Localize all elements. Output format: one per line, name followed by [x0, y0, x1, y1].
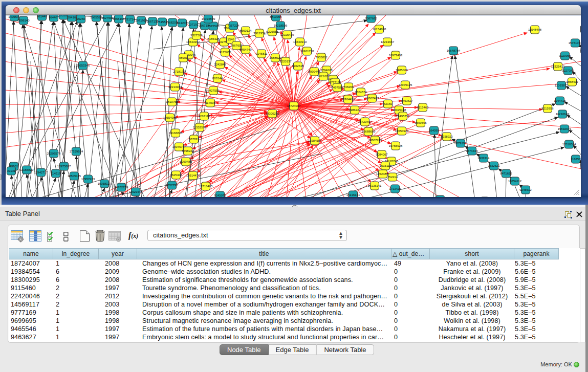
svg-text:12325419: 12325419 [280, 33, 294, 36]
svg-text:16210643: 16210643 [556, 113, 570, 116]
svg-text:16961758: 16961758 [300, 50, 314, 53]
svg-text:1615112: 1615112 [380, 164, 392, 167]
svg-text:8471626: 8471626 [500, 172, 512, 175]
svg-text:1527602: 1527602 [101, 16, 114, 19]
svg-text:17957223: 17957223 [81, 178, 95, 181]
svg-text:9427552: 9427552 [207, 89, 220, 92]
svg-text:9699695: 9699695 [415, 121, 427, 124]
svg-text:8813054: 8813054 [270, 15, 282, 18]
svg-text:18807249: 18807249 [368, 139, 382, 142]
svg-text:9115460: 9115460 [417, 106, 429, 109]
svg-text:13975887: 13975887 [57, 165, 71, 168]
svg-text:751552: 751552 [157, 20, 168, 24]
svg-text:15692971: 15692971 [558, 127, 572, 130]
svg-text:12654923: 12654923 [395, 129, 409, 133]
svg-text:12093872: 12093872 [555, 84, 569, 87]
svg-text:7357224: 7357224 [227, 24, 239, 27]
svg-text:12975125: 12975125 [399, 83, 412, 86]
svg-text:7955812: 7955812 [315, 56, 328, 59]
svg-text:17359924: 17359924 [70, 150, 83, 153]
svg-text:252214: 252214 [387, 176, 398, 179]
svg-text:2718170: 2718170 [173, 70, 185, 73]
svg-text:12505115: 12505115 [68, 174, 81, 178]
svg-text:3912954: 3912954 [253, 32, 266, 35]
svg-text:6466160: 6466160 [113, 17, 125, 20]
svg-text:16782759: 16782759 [115, 186, 128, 189]
svg-text:803144: 803144 [212, 77, 223, 80]
svg-text:107191: 107191 [188, 23, 199, 26]
svg-text:9329966: 9329966 [559, 54, 571, 57]
svg-text:3175685: 3175685 [219, 51, 231, 54]
svg-text:20206578: 20206578 [47, 152, 61, 155]
svg-text:2087682: 2087682 [365, 17, 377, 20]
svg-text:587831: 587831 [189, 138, 200, 141]
svg-text:9463627: 9463627 [401, 99, 413, 102]
svg-text:1065526: 1065526 [90, 16, 102, 19]
svg-text:1362615: 1362615 [292, 64, 304, 68]
svg-text:5099489: 5099489 [180, 160, 192, 163]
svg-text:9327509: 9327509 [190, 34, 203, 37]
svg-text:17016504: 17016504 [562, 143, 576, 146]
svg-text:1868409: 1868409 [566, 80, 578, 83]
svg-text:19756928: 19756928 [389, 144, 403, 147]
svg-text:3624574: 3624574 [355, 91, 367, 94]
svg-text:1244415: 1244415 [554, 99, 566, 102]
svg-text:12156829: 12156829 [20, 168, 34, 171]
svg-text:9474444: 9474444 [466, 149, 478, 152]
svg-text:16914479: 16914479 [186, 174, 200, 177]
svg-text:1588520: 1588520 [269, 56, 281, 59]
svg-text:9245072: 9245072 [214, 194, 226, 197]
svg-text:16543362: 16543362 [186, 40, 200, 43]
svg-text:3498222: 3498222 [182, 149, 194, 152]
svg-text:10807487: 10807487 [365, 97, 379, 100]
svg-text:7625402: 7625402 [170, 173, 182, 177]
svg-text:11353594: 11353594 [193, 126, 207, 129]
svg-text:23495756: 23495756 [396, 115, 410, 118]
svg-text:8938923: 8938923 [441, 135, 453, 138]
svg-text:117008: 117008 [205, 101, 215, 104]
svg-text:6497568: 6497568 [331, 86, 343, 89]
svg-text:19218506: 19218506 [274, 24, 288, 27]
svg-text:9146811: 9146811 [256, 52, 268, 55]
svg-text:9227343: 9227343 [562, 69, 574, 72]
svg-text:164095: 164095 [429, 129, 440, 132]
svg-text:6879197: 6879197 [454, 142, 467, 145]
svg-text:1405572: 1405572 [8, 15, 20, 18]
svg-text:2099140: 2099140 [17, 19, 30, 22]
svg-text:15751074: 15751074 [569, 41, 581, 45]
svg-text:10688609: 10688609 [362, 130, 376, 133]
svg-text:19654985: 19654985 [163, 116, 177, 119]
svg-text:114519: 114519 [51, 172, 61, 175]
svg-text:7632621: 7632621 [488, 164, 500, 167]
svg-text:12942717: 12942717 [34, 171, 48, 174]
svg-text:968205: 968205 [167, 21, 178, 24]
svg-text:8454749: 8454749 [239, 48, 252, 51]
svg-text:10973493: 10973493 [389, 54, 403, 57]
svg-text:331714: 331714 [125, 18, 136, 21]
svg-text:96260: 96260 [77, 17, 85, 20]
svg-text:62160: 62160 [384, 102, 393, 105]
svg-text:2933114: 2933114 [478, 157, 490, 160]
svg-text:12213967: 12213967 [381, 40, 395, 43]
svg-text:9857791: 9857791 [166, 184, 178, 187]
svg-text:16033809: 16033809 [202, 17, 215, 20]
svg-text:116753: 116753 [571, 158, 581, 161]
svg-text:20416: 20416 [68, 16, 76, 19]
svg-text:3220137: 3220137 [279, 60, 292, 63]
svg-text:10654112: 10654112 [508, 180, 522, 183]
svg-text:10958127: 10958127 [98, 182, 112, 185]
svg-text:16640910: 16640910 [293, 40, 307, 43]
svg-text:1810755: 1810755 [166, 100, 178, 103]
svg-text:2242848: 2242848 [214, 63, 226, 66]
svg-text:18300295: 18300295 [266, 112, 279, 115]
svg-text:19384554: 19384554 [308, 139, 322, 142]
svg-text:20364436: 20364436 [341, 98, 355, 101]
svg-text:39131: 39131 [7, 169, 16, 172]
svg-text:7515526: 7515526 [207, 25, 220, 28]
svg-text:98901: 98901 [179, 56, 188, 59]
svg-text:11548498: 11548498 [528, 28, 542, 31]
svg-text:19166825: 19166825 [169, 132, 183, 135]
svg-text:13716485: 13716485 [199, 185, 213, 188]
svg-text:9245612: 9245612 [519, 188, 532, 191]
svg-text:1546: 1546 [227, 38, 234, 41]
